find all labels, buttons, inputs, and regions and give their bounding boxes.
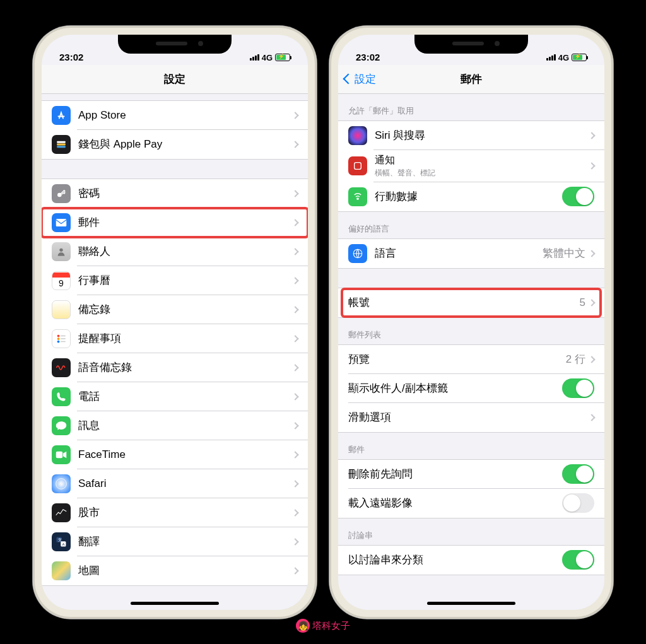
row-messages[interactable]: 訊息 [42, 411, 308, 440]
translate-icon: 文A [52, 532, 71, 551]
svg-text:A: A [62, 542, 65, 546]
page-title: 郵件 [461, 72, 482, 86]
phone-left: 23:02 4G 設定 App Store [33, 26, 317, 619]
messages-icon [52, 416, 71, 435]
row-notes[interactable]: 備忘錄 [42, 295, 308, 324]
row-maps[interactable]: 地圖 [42, 556, 308, 585]
row-label: 股市 [78, 505, 293, 520]
row-label: 聯絡人 [78, 244, 293, 259]
row-label: 提醒事項 [78, 331, 293, 346]
row-calendar[interactable]: 9 行事曆 [42, 266, 308, 295]
row-label: 預覽 [348, 352, 566, 366]
row-notifications[interactable]: 通知 橫幅、聲音、標記 [338, 150, 604, 182]
row-contacts[interactable]: 聯絡人 [42, 237, 308, 266]
row-appstore[interactable]: App Store [42, 101, 308, 130]
row-label: App Store [78, 109, 293, 122]
wallet-icon [52, 135, 71, 154]
switch-askdelete[interactable] [562, 464, 594, 484]
row-phone[interactable]: 電話 [42, 382, 308, 411]
siri-icon [348, 126, 367, 145]
home-indicator[interactable] [427, 602, 515, 605]
row-stocks[interactable]: 股市 [42, 498, 308, 527]
svg-rect-10 [61, 338, 66, 339]
watermark: 👧 塔科女子 [296, 619, 350, 633]
row-label: Siri 與搜尋 [375, 128, 589, 143]
status-right: 4G [250, 53, 290, 62]
chevron-icon [291, 480, 298, 487]
content[interactable]: 允許「郵件」取用 Siri 與搜尋 通知 橫幅、聲音、標記 [338, 94, 604, 610]
svg-rect-4 [56, 219, 67, 226]
row-reminders[interactable]: 提醒事項 [42, 324, 308, 353]
nav-bar: 設定 郵件 [338, 65, 604, 94]
chevron-icon [291, 567, 298, 574]
globe-icon [348, 244, 367, 263]
svg-rect-1 [57, 143, 66, 145]
row-siri[interactable]: Siri 與搜尋 [338, 121, 604, 150]
chevron-icon [588, 299, 595, 306]
watermark-icon: 👧 [296, 619, 310, 633]
row-facetime[interactable]: FaceTime [42, 440, 308, 469]
row-accounts[interactable]: 帳號 5 [338, 288, 604, 317]
switch-loadremote[interactable] [562, 493, 594, 513]
row-label: 密碼 [78, 186, 293, 201]
row-cellular[interactable]: 行動數據 [338, 182, 604, 211]
row-showto[interactable]: 顯示收件人/副本標籤 [338, 374, 604, 403]
safari-icon [52, 474, 71, 493]
switch-thread[interactable] [562, 550, 594, 570]
row-mail[interactable]: 郵件 [42, 208, 308, 237]
back-button[interactable]: 設定 [344, 72, 376, 86]
chevron-icon [291, 141, 298, 148]
svg-point-8 [57, 340, 60, 342]
row-language[interactable]: 語言 繁體中文 [338, 239, 604, 268]
row-passwords[interactable]: 密碼 [42, 179, 308, 208]
chevron-icon [291, 538, 298, 545]
row-askdelete[interactable]: 刪除前先詢問 [338, 460, 604, 489]
svg-rect-11 [61, 341, 66, 342]
svg-rect-0 [57, 141, 66, 143]
nav-bar: 設定 [42, 65, 308, 94]
row-swipe[interactable]: 滑動選項 [338, 403, 604, 432]
section-mail: 郵件 [338, 433, 604, 459]
chevron-icon [291, 335, 298, 342]
status-right: 4G [546, 53, 587, 62]
phone-right-screen: 23:02 4G 設定 郵件 允許「郵件」取用 Siri 與搜尋 [338, 35, 604, 610]
switch-showto[interactable] [562, 378, 594, 398]
phone-right: 23:02 4G 設定 郵件 允許「郵件」取用 Siri 與搜尋 [329, 26, 613, 619]
chevron-icon [588, 132, 595, 139]
row-wallet[interactable]: 錢包與 Apple Pay [42, 130, 308, 159]
notch [414, 35, 528, 54]
section-lang: 偏好的語言 [338, 212, 604, 238]
row-preview[interactable]: 預覽 2 行 [338, 345, 604, 374]
row-detail: 2 行 [566, 352, 585, 366]
switch-cellular[interactable] [562, 187, 594, 206]
row-label: 郵件 [78, 215, 293, 230]
content[interactable]: App Store 錢包與 Apple Pay 密碼 [42, 94, 308, 610]
row-label: 語言 [375, 246, 543, 261]
chevron-icon [588, 250, 595, 257]
chevron-icon [291, 422, 298, 429]
row-label: FaceTime [78, 448, 293, 461]
row-detail: 繁體中文 [543, 246, 585, 261]
row-label: 翻譯 [78, 534, 293, 549]
section-list: 郵件列表 [338, 318, 604, 344]
reminders-icon [52, 329, 71, 348]
row-sub: 橫幅、聲音、標記 [375, 168, 589, 179]
network-label: 4G [558, 53, 569, 62]
row-label: 錢包與 Apple Pay [78, 137, 293, 151]
row-safari[interactable]: Safari [42, 469, 308, 498]
stocks-icon [52, 503, 71, 522]
row-loadremote[interactable]: 載入遠端影像 [338, 489, 604, 518]
row-label: 備忘錄 [78, 302, 293, 317]
row-voicememos[interactable]: 語音備忘錄 [42, 353, 308, 382]
calendar-icon: 9 [52, 271, 71, 290]
svg-point-13 [56, 478, 67, 489]
home-indicator[interactable] [131, 602, 219, 605]
chevron-icon [291, 277, 298, 284]
chevron-icon [291, 364, 298, 371]
contacts-icon [52, 242, 71, 261]
chevron-icon [291, 451, 298, 458]
row-translate[interactable]: 文A 翻譯 [42, 527, 308, 556]
network-label: 4G [262, 53, 273, 62]
chevron-icon [588, 356, 595, 363]
row-thread[interactable]: 以討論串來分類 [338, 546, 604, 575]
